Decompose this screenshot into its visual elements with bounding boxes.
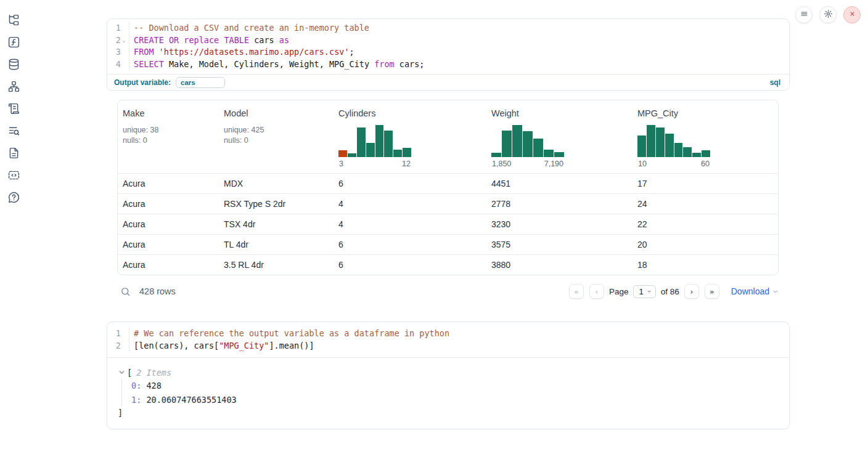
next-page-button[interactable]: › bbox=[684, 284, 699, 299]
table-cell: MDX bbox=[219, 174, 334, 193]
histogram-bar bbox=[502, 131, 512, 157]
table-row[interactable]: Acura3.5 RL 4dr6388018 bbox=[118, 254, 778, 275]
help-icon[interactable] bbox=[7, 191, 20, 204]
sql-cell: 12⌄34-- Download a CSV and create an in-… bbox=[107, 18, 790, 91]
histogram-bar bbox=[665, 134, 674, 157]
chevron-down-icon bbox=[646, 288, 652, 294]
sql-editor[interactable]: 12⌄34-- Download a CSV and create an in-… bbox=[107, 19, 789, 74]
column-header-weight[interactable]: Weight1,8507,190 bbox=[486, 100, 633, 173]
column-stats: unique: 38nulls: 0 bbox=[123, 125, 158, 145]
histogram-bar bbox=[656, 127, 665, 157]
output-variable-input[interactable] bbox=[176, 77, 225, 88]
table-cell: Acura bbox=[118, 214, 219, 234]
download-label: Download bbox=[731, 286, 769, 296]
column-label: Model bbox=[224, 108, 248, 118]
table-row[interactable]: AcuraRSX Type S 2dr4277824 bbox=[118, 193, 778, 214]
search-icon[interactable] bbox=[120, 286, 131, 297]
search-list-icon[interactable] bbox=[7, 124, 20, 137]
table-row[interactable]: AcuraTL 4dr6357520 bbox=[118, 234, 778, 254]
histogram-bar bbox=[523, 131, 533, 157]
histogram-axis: 1,8507,190 bbox=[491, 160, 564, 168]
document-icon[interactable] bbox=[7, 147, 20, 160]
table-row[interactable]: AcuraMDX6445117 bbox=[118, 173, 778, 193]
scroll-icon[interactable] bbox=[7, 102, 20, 115]
histogram-bar bbox=[384, 131, 393, 157]
column-header-model[interactable]: Modelunique: 425nulls: 0 bbox=[219, 100, 334, 173]
code-line[interactable]: # We can reference the output variable a… bbox=[134, 328, 789, 340]
python-editor[interactable]: 12# We can reference the output variable… bbox=[107, 322, 789, 357]
tree-entry: 0: 428 bbox=[131, 379, 778, 393]
column-histogram: 1060 bbox=[637, 124, 710, 168]
column-stats: unique: 425nulls: 0 bbox=[224, 125, 264, 145]
output-variable-bar: Output variable: sql bbox=[107, 74, 789, 90]
first-page-button[interactable]: « bbox=[569, 284, 584, 299]
tree-collapse-icon[interactable] bbox=[118, 368, 126, 376]
table-footer: 428 rows « ‹ Page 1 of 86 › » Download bbox=[117, 281, 779, 301]
tree-entry: 1: 20.060747663551403 bbox=[131, 393, 778, 407]
table-cell: 24 bbox=[633, 194, 778, 214]
code-line[interactable]: FROM 'https://datasets.marimo.app/cars.c… bbox=[134, 46, 789, 59]
code-line[interactable]: CREATE OR replace TABLE cars as bbox=[134, 34, 789, 47]
table-cell: 3575 bbox=[486, 235, 633, 254]
table-cell: RSX Type S 2dr bbox=[219, 194, 334, 214]
table-row[interactable]: AcuraTSX 4dr4323022 bbox=[118, 214, 778, 234]
histogram-bar bbox=[533, 139, 543, 157]
histogram-bar bbox=[366, 143, 375, 157]
tree-open-bracket: [ bbox=[127, 368, 132, 378]
chevron-down-icon bbox=[772, 288, 779, 295]
column-header-cylinders[interactable]: Cylinders312 bbox=[334, 100, 486, 173]
settings-button[interactable] bbox=[819, 6, 837, 23]
code-line[interactable]: SELECT Make, Model, Cylinders, Weight, M… bbox=[134, 59, 789, 71]
column-header-make[interactable]: Makeunique: 38nulls: 0 bbox=[118, 100, 219, 173]
snippets-icon[interactable] bbox=[7, 169, 20, 182]
code-line[interactable]: -- Download a CSV and create an in-memor… bbox=[134, 22, 789, 34]
column-label: Weight bbox=[491, 108, 519, 118]
histogram-bar bbox=[338, 150, 347, 157]
histogram-bar bbox=[692, 153, 701, 157]
page-select[interactable]: 1 bbox=[633, 285, 655, 298]
column-header-mpg_city[interactable]: MPG_City1060 bbox=[633, 100, 778, 173]
table-cell: 17 bbox=[633, 174, 778, 193]
last-page-button[interactable]: » bbox=[705, 284, 719, 299]
file-tree-icon[interactable] bbox=[7, 14, 20, 26]
table-cell: 3.5 RL 4dr bbox=[219, 255, 334, 275]
column-label: Make bbox=[123, 108, 144, 118]
histogram-bar bbox=[357, 127, 366, 157]
table-cell: Acura bbox=[118, 255, 219, 275]
table-cell: Acura bbox=[118, 174, 219, 193]
code-line[interactable]: [len(cars), cars["MPG_City"].mean()] bbox=[134, 340, 789, 352]
table-cell: TSX 4dr bbox=[219, 214, 334, 234]
tree-items-count: 2 Items bbox=[136, 368, 171, 378]
tree-close-bracket: ] bbox=[118, 407, 778, 419]
histogram-bar bbox=[348, 153, 356, 157]
prev-page-button[interactable]: ‹ bbox=[589, 284, 604, 299]
table-cell: 6 bbox=[334, 255, 486, 275]
table-cell: Acura bbox=[118, 235, 219, 254]
column-label: MPG_City bbox=[637, 108, 678, 118]
page-of-label: of 86 bbox=[661, 287, 679, 296]
tree-entries: 0: 4281: 20.060747663551403 bbox=[121, 379, 778, 407]
histogram-bar bbox=[683, 147, 692, 157]
table-cell: 3880 bbox=[486, 255, 633, 275]
network-icon[interactable] bbox=[7, 80, 20, 93]
database-icon[interactable] bbox=[7, 58, 20, 71]
table-cell: 4451 bbox=[486, 174, 633, 193]
table-cell: 20 bbox=[633, 235, 778, 254]
language-badge[interactable]: sql bbox=[770, 78, 780, 87]
table-cell: 18 bbox=[633, 255, 778, 275]
table-cell: TL 4dr bbox=[219, 235, 334, 254]
menu-button[interactable] bbox=[795, 6, 813, 23]
table-cell: Acura bbox=[118, 194, 219, 214]
table-cell: 6 bbox=[334, 174, 486, 193]
table-cell: 22 bbox=[633, 214, 778, 234]
settings-icon bbox=[824, 9, 833, 21]
function-icon[interactable] bbox=[7, 36, 20, 49]
line-number-gutter: 12 bbox=[107, 328, 129, 352]
histogram-bar bbox=[702, 150, 710, 157]
pagination: « ‹ Page 1 of 86 › » Download bbox=[569, 284, 779, 299]
histogram-bar bbox=[375, 125, 384, 157]
histogram-bar bbox=[554, 152, 564, 157]
close-button[interactable] bbox=[843, 6, 861, 23]
histogram-bar bbox=[647, 125, 655, 157]
download-button[interactable]: Download bbox=[731, 286, 779, 296]
